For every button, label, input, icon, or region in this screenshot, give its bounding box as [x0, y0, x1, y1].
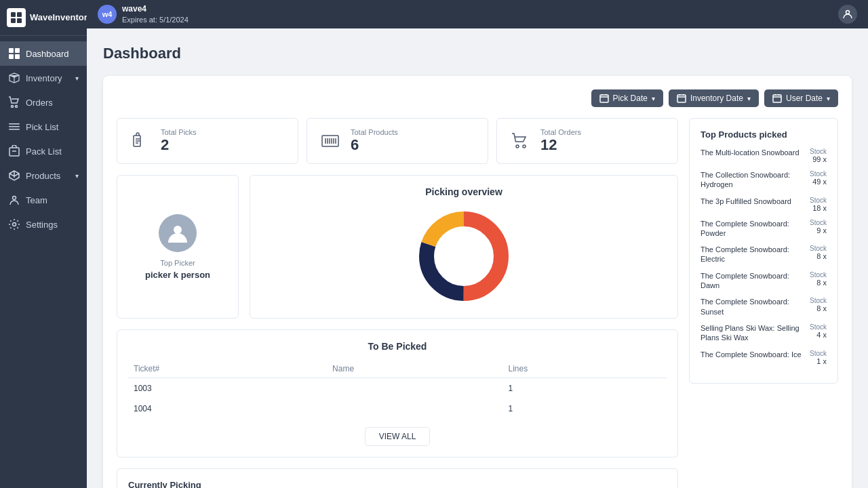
sidebar-item-label: Team: [26, 195, 79, 205]
product-item: The Complete Snowboard: Dawn Stock 8 x: [701, 271, 827, 291]
svg-rect-2: [11, 18, 16, 23]
chevron-down-icon: ▾: [747, 95, 751, 102]
product-name: The Complete Snowboard: Dawn: [701, 271, 804, 291]
product-stock: Stock 18 x: [810, 197, 827, 212]
user-date-filter[interactable]: User Date ▾: [764, 89, 838, 107]
top-picker-avatar: [159, 214, 197, 252]
product-item: The Complete Snowboard: Powder Stock 9 x: [701, 219, 827, 239]
picks-icon: [128, 129, 153, 153]
total-orders-info: Total Orders 12: [540, 128, 581, 154]
product-item: The Collection Snowboard: Hydrogen Stock…: [701, 170, 827, 190]
chevron-down-icon: ▾: [652, 95, 655, 102]
svg-point-38: [437, 229, 491, 283]
sidebar-logo: WaveInventory: [0, 0, 87, 36]
svg-rect-0: [11, 12, 16, 17]
product-name: The 3p Fulfilled Snowboard: [701, 197, 804, 206]
to-be-picked-card: To Be Picked Ticket# Name Lines: [117, 329, 678, 458]
user-date-label: User Date: [786, 94, 823, 103]
col-ticket: Ticket#: [128, 360, 327, 378]
picks-table: Ticket# Name Lines 1003 1: [128, 360, 667, 419]
stats-row: Total Picks 2 Total Products 6: [117, 118, 678, 164]
product-name: The Collection Snowboard: Hydrogen: [701, 170, 804, 190]
stock-label: Stock: [810, 323, 827, 331]
lines-value: 1: [503, 378, 667, 399]
cart-icon: [508, 129, 532, 153]
barcode-icon: [318, 129, 342, 153]
svg-rect-5: [15, 48, 20, 53]
avatar: w4: [98, 5, 117, 24]
svg-point-16: [13, 223, 16, 226]
total-picks-card: Total Picks 2: [117, 118, 298, 164]
user-profile-icon[interactable]: [838, 5, 857, 24]
sidebar-item-pack-list[interactable]: Pack List: [0, 139, 87, 163]
total-orders-value: 12: [540, 136, 581, 154]
stock-value: 8 x: [810, 304, 827, 312]
svg-point-8: [12, 106, 14, 108]
svg-point-15: [13, 197, 16, 200]
settings-icon: [8, 218, 20, 230]
stock-value: 8 x: [810, 279, 827, 287]
table-row: 1003 1: [128, 378, 667, 399]
stock-value: 1 x: [810, 357, 827, 365]
product-stock: Stock 49 x: [810, 170, 827, 186]
stock-value: 49 x: [810, 178, 827, 186]
currently-picking-card: Currently Picking andy4 Johnson: [117, 468, 678, 488]
svg-rect-10: [9, 123, 20, 125]
total-orders-card: Total Orders 12: [496, 118, 678, 164]
pick-date-filter[interactable]: Pick Date ▾: [591, 89, 663, 107]
stock-label: Stock: [810, 271, 827, 279]
top-picker-card: Top Picker picker k person: [117, 175, 239, 319]
chevron-down-icon: ▾: [75, 172, 79, 180]
middle-row: Top Picker picker k person Picking overv…: [117, 175, 678, 319]
view-all-picks-button[interactable]: VIEW ALL: [365, 427, 431, 446]
donut-chart: [261, 205, 667, 307]
total-products-label: Total Products: [351, 128, 398, 136]
product-stock: Stock 1 x: [810, 350, 827, 365]
sidebar-item-label: Inventory: [26, 73, 75, 83]
inventory-date-filter[interactable]: Inventory Date ▾: [669, 89, 759, 107]
currently-picking-title: Currently Picking: [128, 480, 667, 488]
product-item: The Complete Snowboard: Sunset Stock 8 x: [701, 297, 827, 317]
sidebar-item-orders[interactable]: Orders: [0, 90, 87, 115]
list-icon: [8, 121, 20, 133]
stock-value: 18 x: [810, 204, 827, 212]
main-left: Total Picks 2 Total Products 6: [117, 118, 678, 488]
username: wave4: [122, 4, 189, 15]
svg-point-32: [516, 145, 519, 148]
svg-rect-7: [15, 54, 20, 59]
svg-point-33: [523, 145, 526, 148]
product-item: The 3p Fulfilled Snowboard Stock 18 x: [701, 197, 827, 212]
sidebar-item-label: Products: [26, 171, 75, 181]
sidebar-item-pick-list[interactable]: Pick List: [0, 115, 87, 139]
total-orders-label: Total Orders: [540, 128, 581, 136]
sidebar-item-dashboard[interactable]: Dashboard: [0, 41, 87, 66]
product-stock: Stock 99 x: [810, 148, 827, 163]
total-picks-info: Total Picks 2: [161, 128, 197, 154]
sidebar-item-inventory[interactable]: Inventory ▾: [0, 66, 87, 90]
stock-value: 8 x: [810, 252, 827, 260]
expiry-text: Expires at: 5/1/2024: [122, 15, 189, 24]
stock-value: 9 x: [810, 226, 827, 235]
stock-label: Stock: [810, 245, 827, 252]
chevron-down-icon: ▾: [827, 95, 830, 102]
stock-label: Stock: [810, 197, 827, 204]
col-name: Name: [327, 360, 502, 378]
total-products-card: Total Products 6: [307, 118, 488, 164]
logo-text: WaveInventory: [30, 12, 92, 23]
sidebar-item-label: Pack List: [26, 146, 79, 157]
sidebar-item-label: Settings: [26, 220, 79, 230]
sidebar-item-label: Dashboard: [26, 49, 79, 59]
svg-point-9: [16, 106, 18, 108]
sidebar-item-team[interactable]: Team: [0, 188, 87, 212]
product-name: The Complete Snowboard: Powder: [701, 219, 804, 239]
user-details: wave4 Expires at: 5/1/2024: [122, 4, 189, 24]
sidebar-item-products[interactable]: Products ▾: [0, 163, 87, 188]
product-stock: Stock 8 x: [810, 297, 827, 312]
inventory-date-label: Inventory Date: [690, 94, 743, 103]
content-area: Dashboard Pick Date ▾ Inventory Date ▾ U…: [87, 28, 868, 488]
box-icon: [8, 72, 20, 84]
svg-rect-12: [9, 129, 20, 130]
sidebar-item-settings[interactable]: Settings: [0, 212, 87, 237]
sidebar-item-label: Orders: [26, 98, 79, 108]
product-name: The Complete Snowboard: Electric: [701, 245, 804, 264]
